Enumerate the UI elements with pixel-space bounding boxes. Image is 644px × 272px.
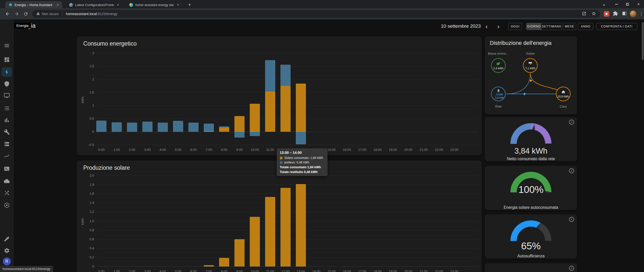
browser-tab-energia[interactable]: Energia – Home Assistant × [5, 1, 62, 8]
bar[interactable] [250, 104, 260, 132]
home-node[interactable]: 10,9 kWh [556, 87, 571, 101]
bar[interactable] [296, 84, 306, 132]
bar[interactable] [296, 184, 306, 266]
bar[interactable] [296, 132, 306, 144]
security-label: Non sicuro [42, 12, 59, 16]
new-tab-button[interactable]: + [186, 2, 193, 8]
x-tick-label: 11:00 [263, 148, 277, 152]
bar[interactable] [265, 60, 275, 92]
media-icon[interactable] [4, 92, 10, 98]
bar[interactable] [173, 121, 183, 132]
bar[interactable] [96, 121, 106, 132]
bar[interactable] [265, 92, 275, 132]
bar[interactable] [280, 65, 291, 86]
tab-search-chevron-icon[interactable] [601, 2, 607, 8]
browser-tab-dashboard[interactable]: home assistant energy dashboar × [126, 1, 182, 8]
extensions-puzzle-icon[interactable] [613, 11, 619, 17]
bar[interactable] [219, 128, 229, 132]
solar-node[interactable]: 7,1 kWh [523, 58, 538, 73]
side-panel-icon[interactable] [622, 11, 628, 17]
gridline [97, 185, 478, 185]
cloud-icon[interactable] [4, 178, 10, 184]
compare-button[interactable]: CONFRONTA I DATI [596, 23, 637, 30]
developer-tools-icon[interactable] [4, 235, 10, 242]
next-day-button[interactable]: › [494, 22, 503, 31]
bar[interactable] [112, 122, 122, 132]
bookmark-star-icon[interactable] [591, 11, 596, 17]
address-bar[interactable]: Non sicuro homeassistant.local:8123/ener… [32, 10, 600, 18]
bar[interactable] [234, 239, 245, 266]
bar[interactable] [234, 116, 245, 132]
x-tick-label: 22:00 [432, 269, 446, 272]
y-tick-label: 1,4 [83, 201, 94, 205]
tools-icon[interactable] [4, 129, 10, 135]
x-tick-label: 8:00 [217, 269, 231, 272]
bar[interactable] [250, 132, 260, 136]
integrations-icon[interactable] [4, 190, 10, 196]
settings-icon[interactable] [4, 248, 10, 254]
prev-day-button[interactable]: ‹ [482, 22, 491, 31]
week-button[interactable]: SETTIMANA [541, 23, 562, 30]
map-icon[interactable] [4, 202, 10, 208]
site-security[interactable]: Non sicuro [36, 12, 59, 16]
bar[interactable] [142, 122, 152, 132]
share-icon[interactable] [582, 11, 586, 17]
bar[interactable] [219, 258, 229, 266]
bar[interactable] [188, 123, 198, 132]
day-button[interactable]: GIORNO [527, 23, 541, 30]
bar[interactable] [127, 123, 137, 132]
energy-icon[interactable] [4, 69, 10, 75]
gridline [97, 132, 478, 132]
x-tick-label: 21:00 [417, 148, 431, 152]
x-tick-label: 0:00 [94, 269, 108, 272]
info-icon[interactable]: i [569, 120, 574, 125]
self-sufficiency-gauge-card: i 65% Autosufficienza [485, 214, 577, 259]
home-label: Casa [552, 105, 575, 108]
tab-close-icon[interactable]: × [116, 3, 120, 7]
user-avatar[interactable]: R [3, 257, 11, 265]
browser-profile-avatar[interactable] [630, 11, 636, 17]
storage-icon[interactable] [4, 141, 10, 147]
tab-close-icon[interactable]: × [176, 3, 180, 7]
bar[interactable] [234, 132, 245, 138]
bar[interactable] [280, 86, 291, 132]
menu-icon[interactable] [4, 43, 10, 49]
tab-title: Energia – Home Assistant [15, 3, 54, 7]
back-icon[interactable] [4, 10, 11, 17]
browser-tab-config[interactable]: Latest Configuration/Frontend t × [66, 1, 122, 8]
bar[interactable] [280, 188, 291, 266]
window-maximize-button[interactable] [622, 0, 633, 8]
x-tick-label: 0:00 [94, 148, 108, 152]
window-minimize-button[interactable] [611, 0, 622, 8]
browser-menu-icon[interactable]: ⋮ [639, 11, 643, 17]
bar[interactable] [250, 217, 260, 266]
analytics-icon[interactable] [4, 153, 10, 159]
bar[interactable] [265, 197, 275, 266]
bar[interactable] [204, 265, 214, 266]
bar[interactable] [204, 124, 214, 131]
scrollbar[interactable] [642, 22, 644, 60]
info-icon[interactable]: i [569, 217, 574, 222]
bar[interactable] [158, 123, 168, 132]
tab-close-icon[interactable]: × [56, 3, 60, 7]
reload-icon[interactable] [22, 10, 29, 17]
grid-node[interactable]: ←0 kWh →3,8 kWh [491, 87, 506, 101]
today-button[interactable]: OGGI [508, 23, 522, 30]
terminal-icon[interactable] [4, 166, 10, 172]
energy-distribution-card: Distribuzione dell'energia Basse emissi…… [485, 36, 577, 114]
month-button[interactable]: MESE [563, 23, 576, 30]
bar[interactable] [219, 126, 229, 128]
forward-icon[interactable] [13, 10, 20, 17]
extension-adblock-icon[interactable] [604, 11, 609, 17]
security-icon[interactable] [4, 81, 10, 87]
url-text[interactable]: homeassistant.local:8123/energy [66, 12, 117, 16]
year-button[interactable]: ANNO [578, 23, 593, 30]
info-icon[interactable]: i [569, 266, 574, 271]
history-chart-icon[interactable] [4, 117, 10, 123]
low-emission-node[interactable]: 2,3 kWh [491, 58, 506, 73]
window-close-button[interactable]: × [633, 0, 644, 8]
bar[interactable] [204, 131, 214, 132]
dashboard-icon[interactable] [4, 57, 10, 63]
info-icon[interactable]: i [569, 168, 574, 173]
todo-list-icon[interactable] [4, 105, 10, 111]
